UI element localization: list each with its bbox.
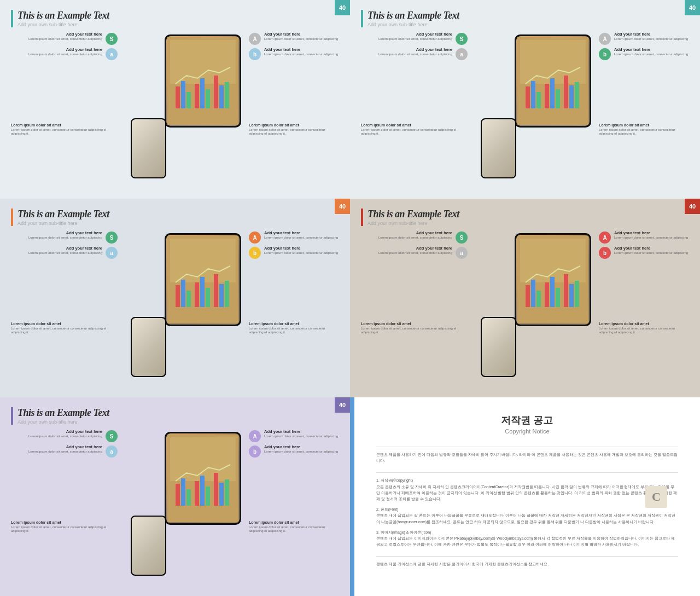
slide-4-left-item-1: Add your text here Lorem ipsum dolor sit… <box>361 230 468 244</box>
tablet-screen-3 <box>166 235 240 325</box>
svg-rect-20 <box>569 85 574 108</box>
slide-1-bottom-right: Lorem ipsum dolor sit amet Lorem ipsum d… <box>249 123 339 182</box>
slide-3-right: A Add your text here Lorem ipsum dolor s… <box>249 230 339 380</box>
svg-rect-46 <box>176 484 180 506</box>
copyright-footer: 콘텐츠 제품 라이선스에 관한 자세한 사항은 클라이어시 한국에 기재한 콘텐… <box>376 561 678 567</box>
phone-screen-4 <box>482 318 515 376</box>
svg-rect-32 <box>225 281 229 307</box>
svg-rect-45 <box>170 437 236 481</box>
phone-screen-1 <box>132 119 165 177</box>
copyright-page: 저작권 공고 Copyright Notice 콘텐츠 제품을 사용하기 전에 … <box>350 397 700 596</box>
svg-rect-41 <box>564 274 568 307</box>
slide-5-left-circle-1: S <box>106 430 118 442</box>
slide-1-badge: 40 <box>335 0 350 15</box>
copyright-s2-body: 콘텐츠 내에 삽입되는 갈 폰트는 이루어 나눔글꼴을 무료로로 재배포합니다.… <box>376 512 678 524</box>
slide-4-right-circle-2: b <box>599 247 611 259</box>
slide-2-left: Add your text here Lorem ipsum dolor sit… <box>361 32 468 181</box>
slide-1-content: Add your text here Lorem ipsum dolor sit… <box>11 32 339 181</box>
slide-5-left-circle-2: a <box>106 445 118 458</box>
slide-1-right-text-2: Add your text here Lorem ipsum dolor sit… <box>264 47 339 57</box>
svg-rect-1 <box>170 40 236 84</box>
svg-rect-34 <box>520 239 586 282</box>
svg-rect-3 <box>181 81 185 108</box>
svg-rect-28 <box>200 277 205 307</box>
svg-rect-27 <box>195 282 199 307</box>
slide-2-title-area: This is an Example Text Add your own sub… <box>361 10 689 27</box>
svg-rect-30 <box>214 274 218 307</box>
slide-1-left-item-2: Add your text here Lorem ipsum dolor sit… <box>11 47 118 60</box>
svg-rect-53 <box>219 483 224 506</box>
slide-3-title: This is an Example Text <box>18 209 339 220</box>
svg-rect-24 <box>176 285 180 307</box>
slide-5-right: A Add your text here Lorem ipsum dolor s… <box>249 429 339 578</box>
slide-4-title: This is an Example Text <box>368 209 689 220</box>
copyright-s1-title: 1. 저작권(©copyright) <box>376 477 678 483</box>
svg-rect-38 <box>545 282 549 307</box>
slide-2-subtitle: Add your own sub-title here <box>368 22 689 27</box>
tablet-screen-2 <box>516 36 590 126</box>
copyright-s3-body: 콘텐츠 내에 삽입되는 이미지와이는 아이콘은 Pixabay(pixabay.… <box>376 535 678 547</box>
phone-screen-5 <box>132 517 165 575</box>
copyright-s1-body: 모든 콘텐츠의 소유 및 자세히 위 자세히 인 콘텐츠크리이어이(Conten… <box>376 484 678 502</box>
svg-rect-51 <box>206 487 210 506</box>
slide-5-right-text-1: Add your text here Lorem ipsum dolor sit… <box>264 429 339 439</box>
slide-4-left-item-2: Add your text here Lorem ipsum dolor sit… <box>361 246 468 259</box>
slide-2-left-text-1: Add your text here Lorem ipsum dolor sit… <box>361 32 452 42</box>
slide-3-devices <box>120 230 247 380</box>
slide-3-center <box>120 230 247 380</box>
slide-5-subtitle: Add your own sub-title here <box>18 419 339 425</box>
svg-rect-7 <box>206 89 210 108</box>
slide-1-right-item-1: A Add your text here Lorem ipsum dolor s… <box>249 32 339 45</box>
slide-3-right-circle-1: A <box>249 232 261 244</box>
tablet-screen-4 <box>516 235 590 325</box>
slide-1-left-item-1: Add your text here Lorem ipsum dolor sit… <box>11 32 118 45</box>
slide-2-right-text-2: Add your text here Lorem ipsum dolor sit… <box>614 47 689 57</box>
slide-5-left-item-1: Add your text here Lorem ipsum dolor sit… <box>11 429 118 442</box>
svg-rect-36 <box>531 280 535 307</box>
svg-rect-40 <box>556 288 560 307</box>
copyright-section-3: 3. 이미지(Image) & 아이콘(Icon) 콘텐츠 내에 삽입되는 이미… <box>376 529 678 548</box>
slide-1-left-circle-2: a <box>106 48 118 60</box>
svg-rect-2 <box>176 86 180 108</box>
svg-rect-13 <box>526 86 530 108</box>
slide-1-title-area: This is an Example Text Add your own sub… <box>11 10 339 27</box>
slide-5-right-circle-2: b <box>249 445 261 458</box>
copyright-divider-2 <box>376 472 678 473</box>
svg-rect-50 <box>200 476 205 506</box>
slide-2-content: Add your text here Lorem ipsum dolor sit… <box>361 32 689 181</box>
slide-4-right-item-1: A Add your text here Lorem ipsum dolor s… <box>599 230 689 244</box>
svg-rect-48 <box>186 489 191 506</box>
copyright-logo: C <box>645 486 667 508</box>
slide-1-right: A Add your text here Lorem ipsum dolor s… <box>249 32 339 181</box>
svg-rect-42 <box>569 284 574 307</box>
slide-3-bottom-left: Lorem ipsum dolor sit amet Lorem ipsum d… <box>11 322 118 380</box>
slide-2-bottom-right: Lorem ipsum dolor sit amet Lorem ipsum d… <box>599 123 689 182</box>
slide-1-right-circle-1: A <box>249 33 261 45</box>
slide-1-bottom-left: Lorem ipsum dolor sit amet Lorem ipsum d… <box>11 123 118 182</box>
svg-rect-26 <box>186 291 191 307</box>
svg-rect-5 <box>195 84 199 108</box>
svg-rect-49 <box>195 481 199 506</box>
phone-5 <box>131 516 166 576</box>
slide-4-left: Add your text here Lorem ipsum dolor sit… <box>361 230 468 380</box>
slide-3-right-circle-2: b <box>249 247 261 259</box>
slide-2-right-circle-1: A <box>599 33 611 45</box>
slide-3-left-item-1: Add your text here Lorem ipsum dolor sit… <box>11 230 118 244</box>
phone-4 <box>481 317 516 377</box>
slide-1-left: Add your text here Lorem ipsum dolor sit… <box>11 32 118 181</box>
slide-5-bottom-right: Lorem ipsum dolor sit amet Lorem ipsum d… <box>249 520 339 579</box>
slide-1-left-text-1: Add your text here Lorem ipsum dolor sit… <box>11 32 102 42</box>
slide-5-left-text-1: Add your text here Lorem ipsum dolor sit… <box>11 429 102 439</box>
slide-4-devices <box>470 230 597 380</box>
slide-5: 40 This is an Example Text Add your own … <box>0 397 350 596</box>
slide-2-left-text-2: Add your text here Lorem ipsum dolor sit… <box>361 47 452 57</box>
slide-4-title-area: This is an Example Text Add your own sub… <box>361 209 689 226</box>
svg-rect-54 <box>225 479 229 506</box>
slide-1-left-circle-1: S <box>106 33 118 45</box>
slide-3-badge: 40 <box>335 199 350 214</box>
slide-5-badge: 40 <box>335 397 350 413</box>
slide-3-subtitle: Add your own sub-title here <box>18 221 339 226</box>
svg-rect-10 <box>225 82 229 108</box>
copyright-divider-1 <box>376 447 678 447</box>
svg-rect-39 <box>550 277 555 307</box>
